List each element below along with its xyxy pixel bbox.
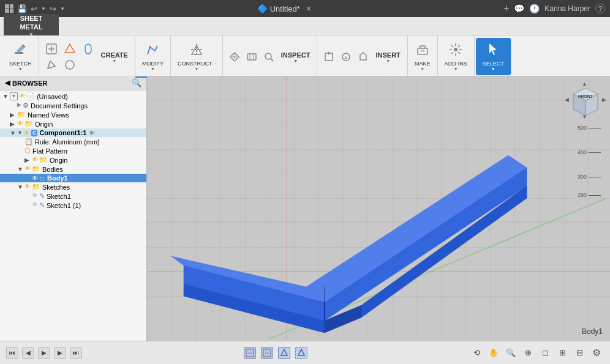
tree-arrow-component1[interactable]: [10, 130, 17, 136]
window-close-btn[interactable]: ×: [306, 4, 311, 13]
eye-icon-sketch1[interactable]: 👁: [32, 192, 38, 200]
create-dropdown-arrow[interactable]: ▼: [112, 59, 116, 63]
inspect-dropdown-arrow[interactable]: ▼: [293, 59, 298, 63]
sketch-btn[interactable]: SKETCH ▼: [6, 40, 35, 73]
eye-icon-unsaved[interactable]: 👁: [19, 92, 25, 100]
cube-down-arrow[interactable]: ▼: [582, 114, 587, 120]
tree-item-rule[interactable]: 📋 Rule: Aluminum (mm): [0, 137, 146, 146]
tool-orient-btn[interactable]: ⟲: [469, 346, 484, 360]
create-btn-2[interactable]: [61, 42, 78, 56]
tool-view-btn[interactable]: ⊟: [572, 346, 587, 360]
save-icon[interactable]: 💾: [17, 4, 27, 13]
create-btn-1[interactable]: [43, 42, 60, 56]
insert-main-btn[interactable]: INSERT ▼: [372, 49, 403, 65]
browser-search-btn[interactable]: 🔍: [132, 78, 141, 87]
sketch-dropdown-arrow[interactable]: ▼: [18, 67, 23, 71]
tool-display-btn[interactable]: ◻: [538, 346, 552, 360]
inspect-btn-1[interactable]: [227, 50, 243, 64]
timeline-thumb-4[interactable]: [295, 347, 307, 359]
scale-tick-500: 500: [578, 125, 601, 131]
eye-icon-sketches[interactable]: 👁: [24, 183, 31, 191]
tree-arrow-origin-root[interactable]: [10, 121, 17, 127]
insert-btn-2[interactable]: A: [338, 50, 354, 64]
tree-arrow-unsaved[interactable]: [2, 93, 10, 100]
modify-dropdown-arrow[interactable]: ▼: [151, 67, 155, 71]
timeline-thumb-1[interactable]: [244, 347, 256, 359]
tool-pan-btn[interactable]: ✋: [486, 346, 501, 360]
inspect-main-btn[interactable]: INSPECT ▼: [278, 49, 314, 65]
app-grid-icon[interactable]: [5, 4, 13, 13]
addins-dropdown-arrow[interactable]: ▼: [454, 67, 458, 71]
tree-item-sketch1-1[interactable]: 👁 ✎ Sketch1 (1): [0, 201, 146, 210]
eye-icon-origin-comp[interactable]: 👁: [32, 156, 38, 164]
nav-next-btn[interactable]: ▶: [54, 347, 66, 359]
undo-icon[interactable]: ↩: [31, 4, 37, 13]
tree-item-origin-root[interactable]: 👁 📁 Origin: [0, 119, 146, 128]
viewport[interactable]: FRONT ▲ ▼ ◀ ▶ 500 400 300: [147, 76, 610, 341]
tree-item-body1[interactable]: 👁 □ Body1: [0, 174, 146, 182]
tree-item-origin-comp[interactable]: 👁 📁 Origin: [0, 155, 146, 165]
eye-icon-bodies[interactable]: 👁: [24, 165, 31, 173]
create-main-btn[interactable]: CREATE ▼: [98, 49, 131, 65]
nav-play-btn[interactable]: ▶: [38, 347, 50, 359]
view-cube[interactable]: FRONT ▲ ▼ ◀ ▶: [567, 82, 604, 119]
create-btn-3[interactable]: [80, 42, 97, 56]
component-visibility-icon[interactable]: 👁: [89, 130, 95, 136]
nav-first-btn[interactable]: ⏮: [6, 347, 18, 359]
tool-grid-btn[interactable]: ⊞: [555, 346, 570, 360]
select-dropdown-arrow[interactable]: ▼: [491, 67, 495, 71]
tree-arrow-named-views[interactable]: [10, 111, 17, 118]
cube-left-arrow[interactable]: ◀: [565, 97, 569, 103]
eye-icon-sketch1-1[interactable]: 👁: [32, 201, 38, 209]
chat-icon[interactable]: 💬: [514, 4, 524, 13]
tool-fit-btn[interactable]: ⊕: [521, 346, 535, 360]
cube-up-arrow[interactable]: ▲: [582, 81, 587, 87]
tree-arrow-origin-comp[interactable]: [24, 157, 32, 163]
insert-btn-1[interactable]: [321, 50, 337, 64]
tree-item-sketch1[interactable]: 👁 ✎ Sketch1: [0, 191, 146, 201]
inspect-btn-2[interactable]: [244, 50, 260, 64]
tree-item-bodies[interactable]: 👁 📁 Bodies: [0, 165, 146, 174]
tool-zoom-btn[interactable]: 🔍: [503, 346, 518, 360]
cube-right-arrow[interactable]: ▶: [602, 97, 606, 103]
eye-icon-body1[interactable]: 👁: [32, 175, 38, 182]
user-name[interactable]: Karina Harper: [544, 4, 590, 13]
tree-arrow-bodies[interactable]: [17, 166, 24, 173]
new-tab-btn[interactable]: +: [503, 3, 509, 14]
redo-icon[interactable]: ↪: [50, 4, 56, 13]
nav-last-btn[interactable]: ⏭: [70, 347, 82, 359]
inspect-btn-3[interactable]: [261, 50, 277, 64]
eye-icon-origin[interactable]: 👁: [17, 120, 23, 128]
eye-icon-comp[interactable]: 👁: [24, 130, 30, 136]
select-btn[interactable]: SELECT ▼: [480, 40, 507, 73]
create-btn-4[interactable]: [43, 58, 60, 72]
insert-dropdown-arrow[interactable]: ▼: [386, 59, 390, 63]
timeline-thumb-2[interactable]: [261, 347, 273, 359]
rule-label: Rule: Aluminum (mm): [35, 138, 100, 146]
settings-gear-btn[interactable]: ⚙: [589, 346, 604, 360]
nav-prev-btn[interactable]: ◀: [22, 347, 34, 359]
browser-collapse-btn[interactable]: ◀: [5, 79, 10, 87]
help-icon[interactable]: ?: [595, 4, 605, 13]
tree-item-named-views[interactable]: 📁 Named Views: [0, 110, 146, 119]
make-dropdown-arrow[interactable]: ▼: [420, 67, 424, 71]
insert-btn-3[interactable]: [355, 50, 371, 64]
redo-dropdown[interactable]: ▼: [60, 6, 65, 12]
create-btn-5[interactable]: [61, 58, 78, 72]
undo-dropdown[interactable]: ▼: [41, 6, 46, 12]
timeline-thumb-3[interactable]: [278, 347, 290, 359]
tree-item-unsaved[interactable]: ▼ 👁 📄 (Unsaved): [0, 92, 146, 101]
clock-icon[interactable]: 🕐: [529, 4, 540, 13]
make-btn[interactable]: MAKE ▼: [412, 40, 434, 73]
construct-btn[interactable]: CONSTRUCT - ▼: [175, 40, 219, 73]
sheet-metal-tab[interactable]: SHEETMETAL ▼: [4, 14, 59, 38]
tree-arrow-sketches[interactable]: [17, 184, 24, 190]
tree-item-flat-pattern[interactable]: ⬡ Flat Pattern: [0, 146, 146, 155]
modify-btn[interactable]: MODIFY ▼: [139, 40, 167, 73]
ribbon-group-insert: A INSERT ▼: [317, 35, 407, 78]
addins-btn[interactable]: ADD-INS ▼: [442, 40, 470, 73]
construct-dropdown-arrow[interactable]: ▼: [194, 67, 198, 71]
tree-item-doc-settings[interactable]: ▶ ⚙ Document Settings: [0, 101, 146, 110]
tree-item-sketches[interactable]: 👁 📁 Sketches: [0, 182, 146, 191]
tree-item-component1[interactable]: ▼ 👁 C Component1:1 👁: [0, 128, 146, 137]
